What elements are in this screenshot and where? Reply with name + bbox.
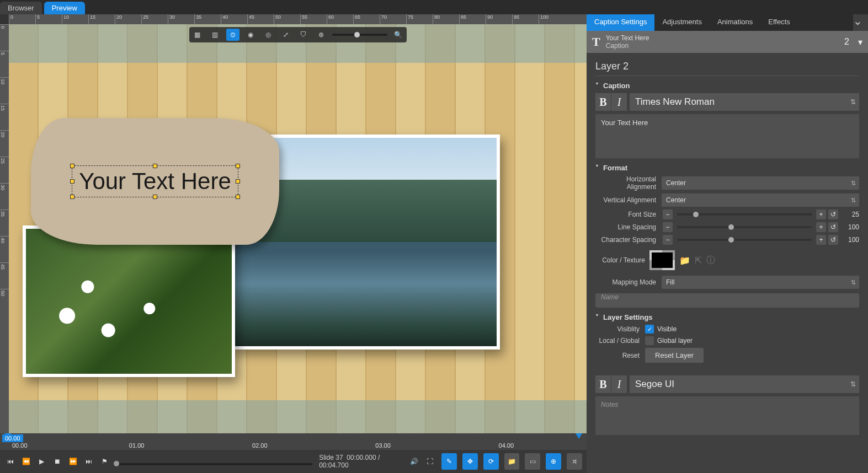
section-format[interactable]: ˅Format	[595, 164, 859, 172]
flag-icon[interactable]: ⚑	[98, 455, 110, 468]
rewind-icon[interactable]: ⏪	[20, 455, 32, 468]
marker-end-icon[interactable]	[576, 433, 582, 439]
notes-text-area[interactable]: Notes	[595, 396, 859, 435]
tool-move-icon[interactable]: ✥	[462, 453, 478, 470]
bold-button[interactable]: B	[595, 93, 611, 111]
layer-subtitle: Caption	[606, 42, 649, 50]
dropdown-icon: ⇅	[850, 98, 856, 106]
font-size-slider[interactable]	[677, 213, 812, 216]
stop-icon[interactable]: ⏹	[51, 455, 63, 468]
tool-rotate-icon[interactable]: ⟳	[483, 453, 499, 470]
chevron-down-icon: ˅	[595, 314, 599, 321]
ruler-vertical: 05101520253035404550	[0, 24, 9, 433]
playback-bar: ⏮ ⏪ ▶ ⏹ ⏩ ⏭ ⚑ Slide 37 00:00.000 / 00:04…	[0, 450, 587, 473]
time-mark: 00.00	[12, 442, 28, 449]
circle2-icon[interactable]: ◎	[262, 29, 275, 41]
folder-icon[interactable]: 📁	[679, 255, 690, 266]
section-layer-settings[interactable]: ˅Layer Settings	[595, 313, 859, 321]
local-global-label: Local / Global	[595, 337, 645, 345]
plus-icon[interactable]: ⊕	[315, 29, 328, 41]
reset-icon[interactable]: ↺	[828, 222, 838, 232]
circle-icon[interactable]: ◉	[244, 29, 257, 41]
line-spacing-slider[interactable]	[677, 226, 812, 228]
tab-browser[interactable]: Browser	[0, 2, 42, 14]
font-select[interactable]: Times New Roman⇅	[630, 93, 859, 111]
increase-button[interactable]: +	[816, 209, 826, 219]
scrub-handle[interactable]	[114, 461, 119, 466]
decrease-button[interactable]: −	[663, 235, 673, 245]
volume-icon[interactable]: 🔊	[408, 455, 420, 468]
skip-start-icon[interactable]: ⏮	[4, 455, 17, 468]
fullscreen-icon[interactable]: ⛶	[424, 455, 436, 468]
shield-icon[interactable]: ⛉	[297, 29, 310, 41]
tab-animations[interactable]: Animations	[710, 14, 760, 31]
vAlign-select[interactable]: Center⇅	[662, 194, 859, 207]
tab-adjustments[interactable]: Adjustments	[654, 14, 710, 31]
reset-layer-button[interactable]: Reset Layer	[645, 348, 704, 363]
tool-layer-icon[interactable]: ▭	[525, 453, 540, 470]
global-layer-text: Global layer	[657, 337, 693, 345]
section-caption[interactable]: ˅Caption	[595, 82, 859, 90]
line-spacing-label: Line Spacing	[595, 223, 662, 231]
search-icon[interactable]: 🔍	[392, 29, 405, 41]
layer-dropdown-icon[interactable]: ▾	[858, 37, 862, 47]
layer-number: 2	[844, 37, 849, 47]
canvas[interactable]: ▦ ▥ ⊙ ◉ ◎ ⤢ ⛉ ⊕ 🔍	[9, 24, 587, 433]
time-cursor[interactable]: 00.00	[2, 434, 23, 442]
time-ruler[interactable]: 00.00 00.00 01.00 02.00 03.00 04.00	[0, 433, 587, 450]
magnet-icon[interactable]: ⊙	[226, 29, 239, 41]
visibility-checkbox[interactable]: ✓	[645, 325, 654, 334]
increase-button[interactable]: +	[816, 222, 826, 232]
layer-header[interactable]: T Your Text Here Caption 2 ▾	[587, 31, 868, 53]
hAlign-select[interactable]: Center⇅	[662, 176, 859, 190]
char-spacing-slider[interactable]	[677, 239, 812, 241]
tab-preview[interactable]: Preview	[44, 2, 85, 14]
mapping-mode-select[interactable]: Fill⇅	[662, 276, 859, 289]
tool-pointer-icon[interactable]: ✎	[441, 453, 457, 470]
expand-icon[interactable]: ⤢	[279, 29, 292, 41]
export-icon[interactable]: ⇱	[695, 255, 702, 266]
color-swatch[interactable]	[649, 250, 675, 270]
dropdown-icon: ⇅	[851, 197, 856, 204]
caption-text-area[interactable]: Your Text Here	[595, 114, 859, 158]
tool-random-icon[interactable]: ⤭	[567, 453, 582, 470]
zoom-slider[interactable]	[332, 34, 387, 36]
time-mark: 03.00	[375, 442, 391, 449]
tab-effects[interactable]: Effects	[760, 14, 798, 31]
text-caption-editable[interactable]: Your Text Here	[72, 165, 238, 197]
label-shape[interactable]: Your Text Here	[31, 118, 279, 245]
chevron-down-icon: ˅	[595, 164, 599, 172]
notes-italic-button[interactable]: I	[611, 375, 627, 393]
grid4-icon[interactable]: ▥	[209, 29, 222, 41]
time-mark: 02.00	[252, 442, 268, 449]
forward-icon[interactable]: ⏩	[67, 455, 79, 468]
grid-icon[interactable]: ▦	[191, 29, 204, 41]
info-icon[interactable]: ⓘ	[706, 255, 715, 266]
dropdown-icon: ⇅	[851, 279, 856, 286]
notes-bold-button[interactable]: B	[595, 375, 611, 393]
visibility-label: Visiblity	[595, 325, 645, 333]
skip-end-icon[interactable]: ⏭	[83, 455, 95, 468]
global-layer-checkbox[interactable]	[645, 336, 654, 345]
dropdown-icon: ⇅	[851, 180, 856, 187]
play-icon[interactable]: ▶	[36, 455, 48, 468]
italic-button[interactable]: I	[611, 93, 627, 111]
reset-label: Reset	[595, 352, 645, 359]
reset-icon[interactable]: ↺	[828, 209, 838, 219]
decrease-button[interactable]: −	[663, 209, 673, 219]
char-spacing-value: 100	[839, 236, 859, 244]
tab-caption-settings[interactable]: Caption Settings	[587, 14, 654, 31]
notes-font-select[interactable]: Segoe UI⇅	[630, 375, 859, 393]
tool-add-icon[interactable]: ⊕	[546, 453, 561, 470]
vAlign-label: Vertical Alignment	[595, 196, 662, 204]
reset-icon[interactable]: ↺	[828, 235, 838, 245]
increase-button[interactable]: +	[816, 235, 826, 245]
tool-folder-icon[interactable]: 📁	[504, 453, 520, 470]
decrease-button[interactable]: −	[663, 222, 673, 232]
color-texture-label: Color / Texture	[595, 256, 645, 264]
chevron-down-icon[interactable]: ⌄	[853, 14, 862, 31]
hAlign-label: Horizontal Alignment	[595, 175, 662, 191]
name-input[interactable]: Name	[595, 293, 859, 308]
layer-title: Your Text Here	[606, 34, 649, 42]
image-daisies[interactable]	[23, 225, 235, 377]
